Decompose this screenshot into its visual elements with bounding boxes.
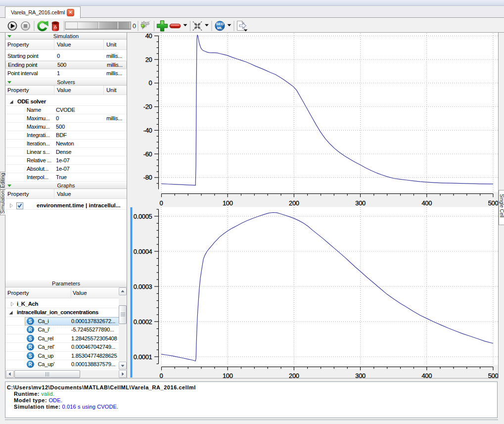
svg-text:300: 300 <box>355 199 366 207</box>
svg-text:40: 40 <box>145 33 152 40</box>
svg-text:500: 500 <box>488 199 499 207</box>
svg-text:0.0003: 0.0003 <box>134 283 152 290</box>
svg-text:200: 200 <box>289 372 299 379</box>
svg-text:100: 100 <box>223 199 233 207</box>
svg-text:500: 500 <box>488 372 499 379</box>
svg-text:0: 0 <box>160 372 163 379</box>
svg-text:0: 0 <box>160 199 163 207</box>
svg-text:-60: -60 <box>143 150 152 158</box>
svg-text:-20: -20 <box>143 103 152 110</box>
svg-text:0.0001: 0.0001 <box>134 353 152 361</box>
svg-text:400: 400 <box>421 199 432 207</box>
svg-text:0.0005: 0.0005 <box>134 213 152 220</box>
svg-text:0.0004: 0.0004 <box>134 248 152 255</box>
svg-text:0.0002: 0.0002 <box>134 318 152 326</box>
svg-text:-80: -80 <box>143 174 152 181</box>
svg-text:20: 20 <box>145 56 152 63</box>
svg-text:100: 100 <box>223 372 233 379</box>
svg-text:ML: ML <box>217 26 223 30</box>
svg-text:200: 200 <box>289 199 299 207</box>
svg-text:0: 0 <box>149 79 152 87</box>
svg-text:-40: -40 <box>143 127 152 134</box>
svg-text:0: 0 <box>133 23 136 30</box>
svg-text:400: 400 <box>421 372 432 379</box>
svg-text:300: 300 <box>355 372 366 379</box>
